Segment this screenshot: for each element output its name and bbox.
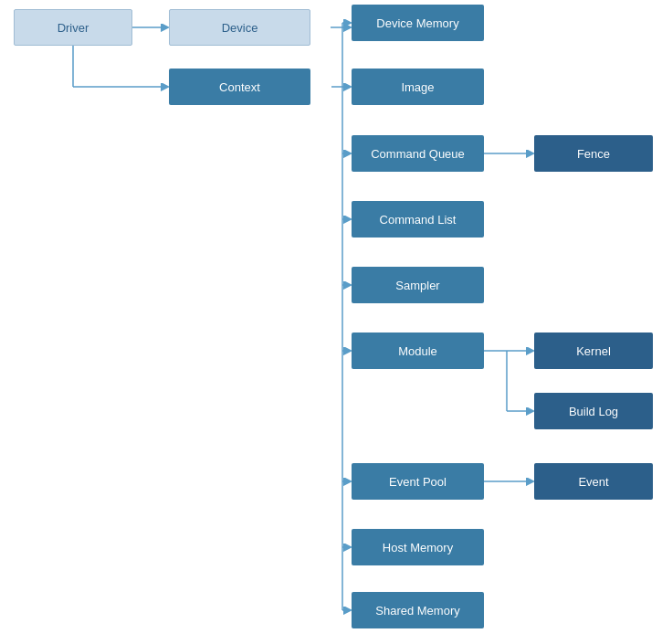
- device-memory-node: Device Memory: [352, 5, 484, 41]
- build-log-node: Build Log: [534, 393, 653, 429]
- event-node: Event: [534, 463, 653, 500]
- host-memory-node: Host Memory: [352, 529, 484, 565]
- fence-node: Fence: [534, 135, 653, 172]
- diagram: Driver Device Context Device Memory Imag…: [0, 0, 662, 644]
- context-node: Context: [169, 69, 310, 105]
- module-node: Module: [352, 333, 484, 369]
- image-node: Image: [352, 69, 484, 105]
- device-node: Device: [169, 9, 310, 46]
- driver-node: Driver: [14, 9, 132, 46]
- kernel-node: Kernel: [534, 333, 653, 369]
- event-pool-node: Event Pool: [352, 463, 484, 500]
- command-list-node: Command List: [352, 201, 484, 238]
- command-queue-node: Command Queue: [352, 135, 484, 172]
- sampler-node: Sampler: [352, 267, 484, 303]
- shared-memory-node: Shared Memory: [352, 592, 484, 628]
- arrows-svg: [0, 0, 662, 644]
